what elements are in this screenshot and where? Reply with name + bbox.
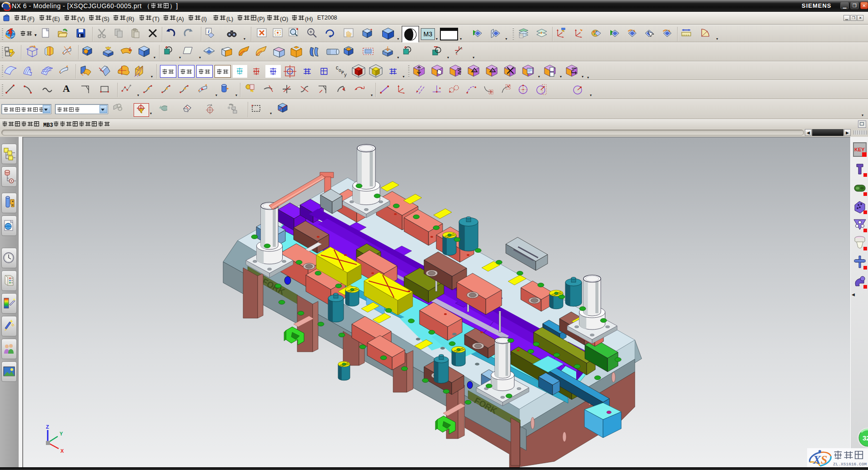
svg-text:x: x — [456, 52, 458, 55]
svg-text:Z: Z — [46, 424, 49, 430]
svg-text:32: 32 — [863, 434, 868, 442]
svg-text:X: X — [813, 453, 821, 466]
svg-text:X: X — [60, 448, 64, 454]
svg-text:y: y — [344, 73, 347, 78]
svg-text:S: S — [821, 453, 827, 466]
svg-text:A: A — [63, 83, 70, 94]
svg-text:Y: Y — [60, 431, 63, 436]
svg-text:x: x — [461, 47, 463, 50]
svg-text:x: x — [572, 68, 574, 72]
